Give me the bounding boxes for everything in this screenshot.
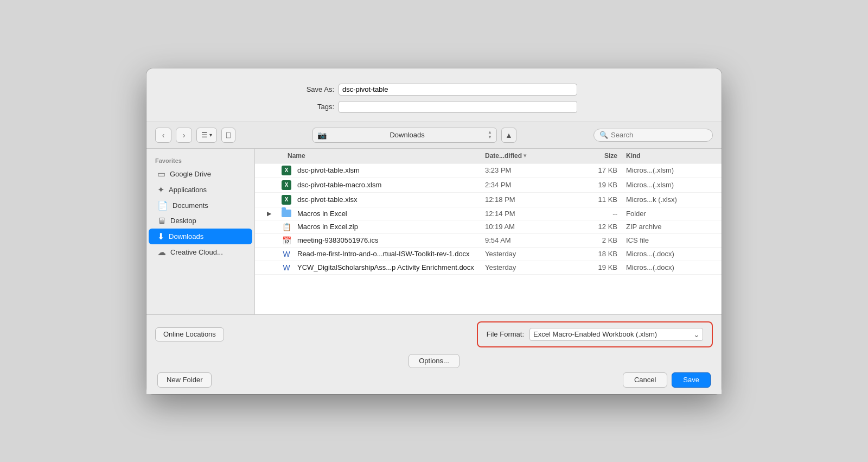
tags-row: Tags: bbox=[168, 101, 700, 113]
file-kind: Micros...k (.xlsx) bbox=[626, 195, 713, 204]
file-format-select-wrapper: Excel Macro-Enabled Workbook (.xlsm) Exc… bbox=[529, 328, 703, 341]
file-size: 19 KB bbox=[572, 181, 626, 189]
file-type-icon bbox=[279, 166, 294, 175]
expand-icon: ▲ bbox=[505, 131, 513, 140]
sidebar-item-applications[interactable]: ✦ Applications bbox=[149, 182, 252, 198]
online-locations-button[interactable]: Online Locations bbox=[155, 327, 224, 341]
table-row[interactable]: ▶ Macros in Excel 12:14 PM -- Folder bbox=[255, 207, 722, 220]
file-date: 3:23 PM bbox=[485, 166, 572, 174]
file-name: Macros in Excel.zip bbox=[294, 223, 485, 231]
file-size: 17 KB bbox=[572, 166, 626, 174]
search-input[interactable] bbox=[611, 131, 698, 139]
file-size: 2 KB bbox=[572, 236, 626, 244]
file-date: 12:18 PM bbox=[485, 195, 572, 204]
view-options-button[interactable]: ☰ ▾ bbox=[196, 128, 217, 143]
tags-input[interactable] bbox=[339, 101, 577, 113]
creative-cloud-icon: ☁ bbox=[157, 247, 166, 257]
file-date: 12:14 PM bbox=[485, 210, 572, 218]
file-date: 10:19 AM bbox=[485, 223, 572, 231]
file-list-header: Name Date...dified ▾ Size Kind bbox=[255, 149, 722, 163]
zip-icon: 📋 bbox=[282, 223, 291, 231]
sidebar-item-desktop[interactable]: 🖥 Desktop bbox=[149, 213, 252, 229]
new-folder-button[interactable]: New Folder bbox=[157, 372, 212, 388]
table-row[interactable]: W YCW_DigitalScholarshipAss...p Activity… bbox=[255, 261, 722, 275]
options-row: Options... bbox=[155, 354, 713, 368]
file-kind: Folder bbox=[626, 210, 713, 218]
action-buttons: Cancel Save bbox=[623, 372, 711, 388]
bottom-area: Online Locations File Format: Excel Macr… bbox=[146, 314, 722, 394]
file-type-icon bbox=[279, 180, 294, 190]
file-format-label: File Format: bbox=[487, 330, 524, 338]
sidebar-item-label: Downloads bbox=[169, 232, 203, 241]
save-as-input[interactable] bbox=[339, 84, 577, 96]
file-type-icon bbox=[279, 210, 294, 217]
file-name: dsc-pivot-table.xlsx bbox=[294, 195, 485, 204]
sidebar: Favorites ▭ Google Drive ✦ Applications … bbox=[146, 149, 255, 314]
excel-icon bbox=[282, 166, 291, 175]
expand-icon-cell: ▶ bbox=[264, 210, 279, 217]
location-bar[interactable]: 📷 Downloads ▲ ▼ bbox=[312, 128, 497, 143]
folder-expand-arrow: ▶ bbox=[267, 210, 276, 217]
file-name: dsc-pivot-table.xlsm bbox=[294, 166, 485, 174]
chevron-down-icon: ▾ bbox=[209, 132, 212, 138]
documents-icon: 📄 bbox=[157, 200, 168, 211]
file-date: 9:54 AM bbox=[485, 236, 572, 244]
file-name: meeting-93830551976.ics bbox=[294, 236, 485, 244]
new-folder-button[interactable]: ⎕ bbox=[221, 128, 235, 143]
cancel-button[interactable]: Cancel bbox=[623, 372, 667, 388]
word-icon: W bbox=[283, 250, 290, 258]
applications-icon: ✦ bbox=[157, 185, 164, 195]
col-header-kind[interactable]: Kind bbox=[626, 152, 713, 160]
sidebar-item-label: Desktop bbox=[170, 217, 196, 225]
file-date: 2:34 PM bbox=[485, 181, 572, 189]
forward-button[interactable]: › bbox=[176, 128, 192, 143]
save-button[interactable]: Save bbox=[672, 372, 711, 388]
save-as-row: Save As: bbox=[168, 84, 700, 96]
file-kind: Micros...(.xlsm) bbox=[626, 166, 713, 174]
table-row[interactable]: 📅 meeting-93830551976.ics 9:54 AM 2 KB I… bbox=[255, 234, 722, 248]
file-type-icon: 📅 bbox=[279, 236, 294, 245]
table-row[interactable]: dsc-pivot-table.xlsx 12:18 PM 11 KB Micr… bbox=[255, 193, 722, 207]
content-area: Favorites ▭ Google Drive ✦ Applications … bbox=[146, 149, 722, 314]
expand-button[interactable]: ▲ bbox=[501, 128, 516, 143]
sidebar-item-creative-cloud[interactable]: ☁ Creative Cloud... bbox=[149, 244, 252, 260]
table-row[interactable]: dsc-pivot-table.xlsm 3:23 PM 17 KB Micro… bbox=[255, 163, 722, 178]
sidebar-item-downloads[interactable]: ⬇ Downloads bbox=[149, 229, 252, 244]
save-as-label: Save As: bbox=[291, 85, 334, 93]
col-header-name[interactable]: Name bbox=[288, 152, 485, 160]
table-row[interactable]: 📋 Macros in Excel.zip 10:19 AM 12 KB ZIP… bbox=[255, 220, 722, 234]
word-icon: W bbox=[283, 263, 290, 272]
form-area: Save As: Tags: bbox=[146, 68, 722, 122]
table-row[interactable]: W Read-me-first-Intro-and-o...rtual-ISW-… bbox=[255, 248, 722, 261]
col-header-date[interactable]: Date...dified ▾ bbox=[485, 152, 572, 160]
file-name: Read-me-first-Intro-and-o...rtual-ISW-To… bbox=[294, 250, 485, 258]
table-row[interactable]: dsc-pivot-table-macro.xlsm 2:34 PM 19 KB… bbox=[255, 178, 722, 193]
tags-label: Tags: bbox=[291, 103, 334, 111]
file-name: Macros in Excel bbox=[294, 210, 485, 218]
file-kind: Micros...(.xlsm) bbox=[626, 181, 713, 189]
ics-icon: 📅 bbox=[282, 236, 291, 245]
sort-arrow: ▾ bbox=[524, 153, 526, 159]
file-kind: Micros...(.docx) bbox=[626, 250, 713, 258]
file-list-area: Name Date...dified ▾ Size Kind d bbox=[255, 149, 722, 314]
file-size: 18 KB bbox=[572, 250, 626, 258]
file-type-icon bbox=[279, 195, 294, 205]
sidebar-item-documents[interactable]: 📄 Documents bbox=[149, 198, 252, 213]
file-size: -- bbox=[572, 210, 626, 218]
back-button[interactable]: ‹ bbox=[155, 128, 171, 143]
file-kind: ICS file bbox=[626, 236, 713, 244]
excel-icon bbox=[282, 180, 291, 190]
sidebar-item-label: Applications bbox=[169, 186, 207, 194]
bottom-row1: Online Locations File Format: Excel Macr… bbox=[155, 321, 713, 347]
file-size: 12 KB bbox=[572, 223, 626, 231]
file-format-area: File Format: Excel Macro-Enabled Workboo… bbox=[477, 321, 713, 347]
file-type-icon: 📋 bbox=[279, 223, 294, 231]
sidebar-item-label: Google Drive bbox=[170, 170, 211, 178]
toolbar: ‹ › ☰ ▾ ⎕ 📷 Downloads ▲ ▼ ▲ 🔍 bbox=[146, 122, 722, 149]
col-header-size[interactable]: Size bbox=[572, 152, 626, 160]
file-kind: ZIP archive bbox=[626, 223, 713, 231]
file-format-select[interactable]: Excel Macro-Enabled Workbook (.xlsm) Exc… bbox=[529, 328, 703, 341]
options-button[interactable]: Options... bbox=[409, 354, 459, 368]
sidebar-item-google-drive[interactable]: ▭ Google Drive bbox=[149, 166, 252, 182]
google-drive-icon: ▭ bbox=[157, 169, 165, 179]
